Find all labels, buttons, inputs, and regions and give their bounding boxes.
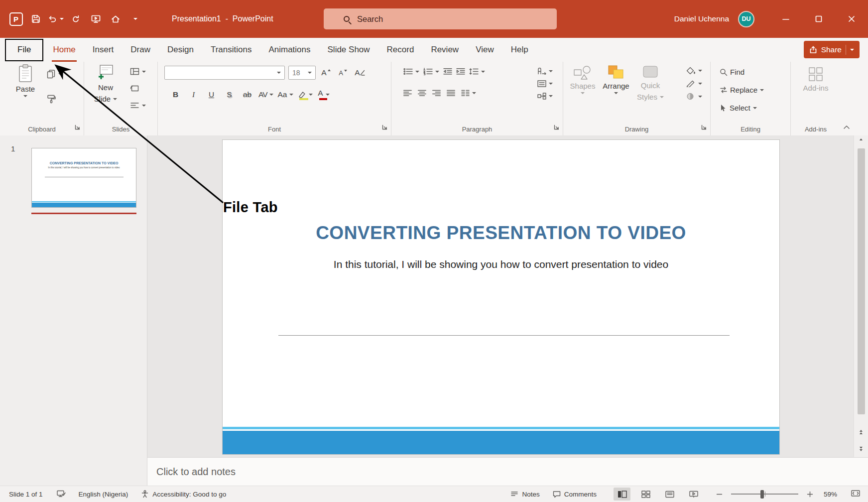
user-name[interactable]: Daniel Uchenna bbox=[674, 14, 729, 23]
strikethrough-button[interactable]: ab bbox=[241, 88, 254, 101]
previous-slide-button[interactable] bbox=[854, 430, 868, 434]
character-spacing-button[interactable]: AV bbox=[258, 88, 273, 101]
quick-styles-button[interactable]: Quick Styles bbox=[634, 65, 667, 102]
zoom-level[interactable]: 59% bbox=[824, 491, 841, 498]
tab-home[interactable]: Home bbox=[44, 38, 84, 62]
shapes-button[interactable]: Shapes bbox=[568, 65, 597, 94]
share-button[interactable]: Share bbox=[804, 41, 860, 58]
notes-pane[interactable]: Click to add notes bbox=[147, 457, 868, 486]
slide-title-text[interactable]: CONVERTING PRESENTATION TO VIDEO bbox=[223, 223, 779, 244]
paste-button[interactable]: Paste bbox=[10, 64, 41, 97]
conformance-check-button[interactable] bbox=[57, 490, 66, 498]
addins-button[interactable]: Add-ins bbox=[799, 67, 833, 92]
slide-thumbnail[interactable]: CONVERTING PRESENTATION TO VIDEO In this… bbox=[31, 148, 136, 208]
arrange-button[interactable]: Arrange bbox=[600, 65, 632, 94]
start-slideshow-button[interactable] bbox=[87, 8, 105, 30]
comments-toggle-button[interactable]: Comments bbox=[553, 491, 597, 498]
scroll-up-button[interactable] bbox=[854, 138, 868, 140]
format-painter-button[interactable] bbox=[47, 95, 56, 104]
undo-button[interactable] bbox=[47, 8, 65, 30]
notes-toggle-button[interactable]: Notes bbox=[510, 491, 539, 498]
tab-insert[interactable]: Insert bbox=[84, 38, 123, 62]
reading-view-button[interactable] bbox=[661, 488, 678, 501]
zoom-in-button[interactable] bbox=[807, 491, 813, 498]
collapse-ribbon-button[interactable] bbox=[843, 123, 850, 131]
maximize-button[interactable] bbox=[802, 0, 835, 38]
clear-formatting-button[interactable]: A bbox=[353, 66, 367, 80]
decrease-indent-button[interactable] bbox=[443, 68, 452, 75]
tab-draw[interactable]: Draw bbox=[122, 38, 159, 62]
tab-animations[interactable]: Animations bbox=[260, 38, 319, 62]
replace-button[interactable]: Replace bbox=[720, 86, 764, 94]
tab-slide-show[interactable]: Slide Show bbox=[319, 38, 378, 62]
close-button[interactable] bbox=[835, 0, 868, 38]
shrink-font-button[interactable]: A bbox=[336, 66, 350, 80]
select-button[interactable]: Select bbox=[720, 104, 757, 112]
align-right-button[interactable] bbox=[432, 90, 441, 97]
reset-slide-button[interactable] bbox=[130, 85, 139, 92]
find-button[interactable]: Find bbox=[720, 68, 744, 76]
tab-help[interactable]: Help bbox=[502, 38, 537, 62]
undo-dropdown-icon[interactable] bbox=[60, 18, 64, 20]
slide[interactable]: CONVERTING PRESENTATION TO VIDEO In this… bbox=[222, 139, 780, 455]
slide-indicator[interactable]: Slide 1 of 1 bbox=[9, 491, 43, 498]
copy-button[interactable] bbox=[47, 70, 62, 79]
text-direction-button[interactable] bbox=[537, 68, 553, 75]
tab-design[interactable]: Design bbox=[159, 38, 202, 62]
slide-show-view-button[interactable] bbox=[685, 488, 702, 501]
shape-fill-button[interactable] bbox=[686, 67, 702, 74]
tab-review[interactable]: Review bbox=[422, 38, 467, 62]
convert-to-smartart-button[interactable] bbox=[537, 93, 553, 100]
copy-dropdown-icon[interactable] bbox=[58, 73, 62, 75]
align-text-button[interactable] bbox=[537, 80, 553, 87]
bullets-button[interactable] bbox=[403, 68, 419, 75]
font-color-button[interactable]: A bbox=[317, 88, 331, 101]
section-button[interactable] bbox=[130, 102, 146, 109]
bold-button[interactable]: B bbox=[169, 88, 182, 101]
redo-button[interactable] bbox=[67, 8, 85, 30]
tab-view[interactable]: View bbox=[467, 38, 502, 62]
shape-effects-button[interactable] bbox=[686, 93, 702, 100]
scrollbar-thumb[interactable] bbox=[858, 148, 865, 414]
columns-button[interactable] bbox=[461, 90, 476, 97]
zoom-slider[interactable] bbox=[731, 494, 798, 495]
align-left-button[interactable] bbox=[403, 90, 412, 97]
zoom-slider-thumb[interactable] bbox=[760, 490, 764, 499]
increase-indent-button[interactable] bbox=[456, 68, 465, 75]
slide-subtitle-text[interactable]: In this tutorial, I will be showing you … bbox=[223, 258, 779, 270]
shape-outline-button[interactable] bbox=[686, 80, 702, 87]
change-case-button[interactable]: Aa bbox=[278, 88, 293, 101]
align-center-button[interactable] bbox=[418, 90, 426, 97]
slide-layout-dropdown-icon[interactable] bbox=[142, 71, 146, 73]
avatar[interactable]: DU bbox=[738, 11, 754, 27]
font-size-combobox[interactable]: 18 bbox=[288, 66, 316, 80]
share-dropdown-icon[interactable] bbox=[850, 49, 854, 51]
slide-layout-button[interactable] bbox=[130, 68, 146, 75]
minimize-button[interactable] bbox=[769, 0, 802, 38]
underline-button[interactable]: U bbox=[205, 88, 218, 101]
search-box[interactable]: Search bbox=[324, 8, 557, 29]
text-shadow-button[interactable]: S bbox=[223, 88, 236, 101]
zoom-out-button[interactable] bbox=[716, 491, 723, 498]
save-button[interactable] bbox=[27, 8, 45, 30]
text-highlight-color-button[interactable] bbox=[298, 88, 313, 101]
grow-font-button[interactable]: A bbox=[319, 66, 333, 80]
tab-record[interactable]: Record bbox=[378, 38, 423, 62]
section-dropdown-icon[interactable] bbox=[142, 105, 146, 107]
slide-sorter-view-button[interactable] bbox=[637, 488, 654, 501]
normal-view-button[interactable] bbox=[614, 488, 630, 501]
italic-button[interactable]: I bbox=[187, 88, 200, 101]
home-button[interactable] bbox=[107, 8, 124, 30]
fit-slide-to-window-button[interactable] bbox=[851, 490, 860, 499]
numbering-button[interactable] bbox=[423, 68, 439, 75]
tab-transitions[interactable]: Transitions bbox=[202, 38, 260, 62]
font-name-combobox[interactable] bbox=[164, 66, 285, 80]
language-button[interactable]: English (Nigeria) bbox=[79, 491, 128, 498]
next-slide-button[interactable] bbox=[854, 447, 868, 451]
justify-button[interactable] bbox=[447, 90, 455, 97]
customize-quick-access-toolbar-button[interactable] bbox=[126, 8, 144, 30]
tab-file[interactable]: File bbox=[5, 39, 43, 61]
line-spacing-button[interactable] bbox=[469, 68, 485, 75]
paste-dropdown-icon[interactable] bbox=[23, 95, 27, 97]
new-slide-button[interactable]: New Slide bbox=[88, 64, 123, 104]
